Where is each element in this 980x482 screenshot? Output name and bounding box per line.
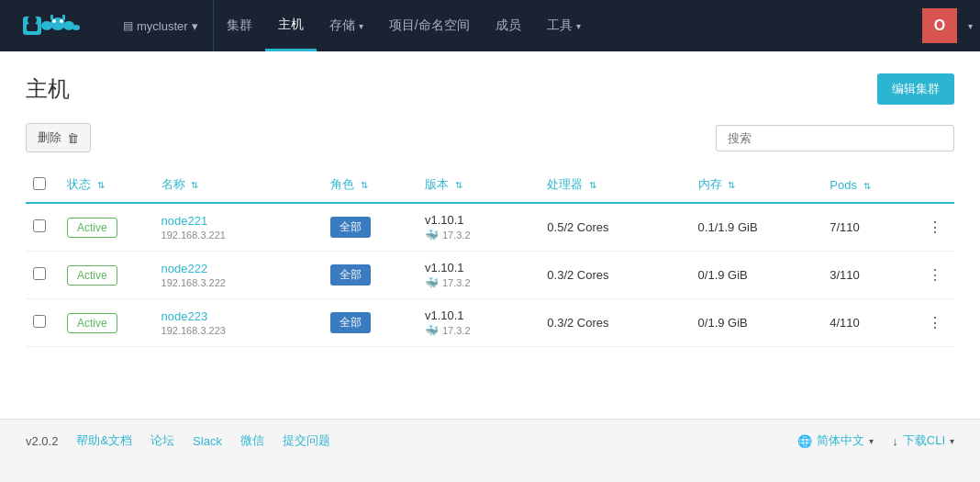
table-row: Active node221 192.168.3.221 全部 v1.10.1 …: [26, 203, 954, 252]
svg-point-6: [72, 25, 80, 30]
nav-item-tools[interactable]: 工具 ▾: [534, 0, 594, 51]
row-status-cell: Active: [60, 203, 154, 252]
cpu-value: 0.3/2 Cores: [547, 316, 608, 330]
row-action-cell: ⋮: [917, 203, 954, 252]
row-version-cell: v1.10.1 🐳 17.3.2: [418, 252, 540, 299]
download-caret-icon: ▾: [950, 436, 954, 446]
sort-name-icon: ⇅: [191, 180, 198, 190]
version-main: v1.10.1: [425, 213, 532, 227]
header-mem[interactable]: 内存 ⇅: [691, 167, 823, 203]
language-selector[interactable]: 🌐 简体中文 ▾: [797, 432, 874, 449]
avatar-caret-icon[interactable]: ▾: [961, 21, 980, 31]
wechat-link[interactable]: 微信: [240, 432, 264, 449]
select-all-checkbox[interactable]: [33, 177, 46, 190]
hosts-table: 状态 ⇅ 名称 ⇅ 角色 ⇅ 版本 ⇅ 处理器 ⇅: [26, 167, 954, 347]
version-sub: 17.3.2: [442, 277, 471, 288]
row-role-cell: 全部: [323, 299, 418, 347]
row-action-button-1[interactable]: ⋮: [924, 263, 946, 287]
sort-pods-icon: ⇅: [863, 181, 871, 191]
cluster-selector[interactable]: ▤ mycluster ▾: [108, 0, 214, 51]
header-role[interactable]: 角色 ⇅: [323, 167, 418, 203]
pods-value: 4/110: [830, 316, 860, 330]
slack-link[interactable]: Slack: [193, 434, 222, 448]
svg-rect-10: [62, 15, 65, 20]
header-name[interactable]: 名称 ⇅: [154, 167, 324, 203]
row-version-cell: v1.10.1 🐳 17.3.2: [418, 299, 540, 347]
footer-right: 🌐 简体中文 ▾ ↓ 下载CLI ▾: [797, 432, 954, 449]
edit-cluster-button[interactable]: 编辑集群: [877, 73, 954, 105]
header-version[interactable]: 版本 ⇅: [418, 167, 540, 203]
version-sub: 17.3.2: [442, 230, 471, 241]
row-cpu-cell: 0.3/2 Cores: [540, 299, 690, 347]
row-checkbox-cell: [26, 252, 60, 299]
row-mem-cell: 0/1.9 GiB: [691, 299, 823, 347]
search-input[interactable]: [716, 125, 954, 151]
nav-item-members[interactable]: 成员: [483, 0, 534, 51]
delete-label: 删除: [38, 129, 61, 146]
row-status-cell: Active: [60, 252, 154, 299]
row-checkbox-cell: [26, 203, 60, 252]
row-role-cell: 全部: [323, 252, 418, 299]
table-header: 状态 ⇅ 名称 ⇅ 角色 ⇅ 版本 ⇅ 处理器 ⇅: [26, 167, 954, 203]
row-checkbox-0[interactable]: [33, 219, 46, 232]
help-docs-link[interactable]: 帮助&文档: [76, 432, 132, 449]
forum-link[interactable]: 论坛: [150, 432, 174, 449]
sort-status-icon: ⇅: [97, 180, 105, 190]
row-name-cell: node223 192.168.3.223: [154, 299, 324, 347]
nav-menu: 集群 主机 存储 ▾ 项目/命名空间 成员 工具 ▾: [214, 0, 594, 51]
nav-right-area: O ▾: [922, 0, 980, 51]
node-ip: 192.168.3.221: [161, 230, 317, 241]
row-role-cell: 全部: [323, 203, 418, 252]
globe-icon: 🌐: [797, 434, 812, 448]
storage-caret-icon: ▾: [359, 21, 363, 31]
svg-point-5: [63, 21, 74, 30]
page-header: 主机 编辑集群: [26, 73, 954, 105]
nav-item-hosts[interactable]: 主机: [265, 0, 317, 51]
docker-icon: 🐳: [425, 276, 439, 289]
node-name-link[interactable]: node221: [161, 214, 317, 228]
row-action-button-2[interactable]: ⋮: [924, 310, 946, 335]
row-mem-cell: 0/1.9 GiB: [691, 252, 823, 299]
node-name-link[interactable]: node222: [161, 262, 317, 275]
row-pods-cell: 4/110: [822, 299, 917, 347]
delete-button[interactable]: 删除 🗑: [26, 123, 91, 152]
table-body: Active node221 192.168.3.221 全部 v1.10.1 …: [26, 203, 954, 347]
header-pods[interactable]: Pods ⇅: [822, 167, 917, 203]
row-pods-cell: 7/110: [822, 203, 917, 252]
cluster-caret-icon: ▾: [192, 19, 198, 33]
row-checkbox-1[interactable]: [33, 267, 46, 280]
download-cli-button[interactable]: ↓ 下载CLI ▾: [892, 432, 954, 449]
avatar[interactable]: O: [922, 8, 957, 43]
submit-issue-link[interactable]: 提交问题: [283, 432, 330, 449]
mem-value: 0.1/1.9 GiB: [698, 220, 758, 234]
header-status[interactable]: 状态 ⇅: [60, 167, 154, 203]
svg-rect-2: [27, 24, 38, 31]
nav-item-cluster[interactable]: 集群: [214, 0, 265, 51]
trash-icon: 🗑: [67, 131, 79, 145]
docker-icon: 🐳: [425, 229, 439, 241]
page-title: 主机: [26, 74, 70, 104]
role-badge: 全部: [330, 312, 371, 333]
row-action-button-0[interactable]: ⋮: [924, 215, 946, 240]
mem-value: 0/1.9 GiB: [698, 316, 748, 330]
node-ip: 192.168.3.223: [161, 325, 317, 336]
sort-role-icon: ⇅: [361, 180, 368, 190]
version-main: v1.10.1: [425, 261, 532, 275]
top-navigation: ▤ mycluster ▾ 集群 主机 存储 ▾ 项目/命名空间 成员 工具 ▾…: [0, 0, 980, 51]
header-cpu[interactable]: 处理器 ⇅: [540, 167, 690, 203]
nav-item-storage[interactable]: 存储 ▾: [317, 0, 376, 51]
lang-label: 简体中文: [817, 432, 864, 449]
nav-item-projects[interactable]: 项目/命名空间: [376, 0, 483, 51]
row-checkbox-2[interactable]: [33, 315, 46, 328]
node-name-link[interactable]: node223: [161, 309, 317, 323]
row-cpu-cell: 0.5/2 Cores: [540, 203, 690, 252]
svg-rect-9: [50, 15, 53, 20]
row-status-cell: Active: [60, 299, 154, 347]
toolbar: 删除 🗑: [26, 123, 954, 152]
cpu-value: 0.3/2 Cores: [547, 268, 608, 282]
role-badge: 全部: [330, 217, 371, 238]
version-label: v2.0.2: [26, 434, 58, 448]
table-row: Active node222 192.168.3.222 全部 v1.10.1 …: [26, 252, 954, 299]
lang-caret-icon: ▾: [869, 436, 874, 446]
status-badge: Active: [67, 313, 117, 333]
